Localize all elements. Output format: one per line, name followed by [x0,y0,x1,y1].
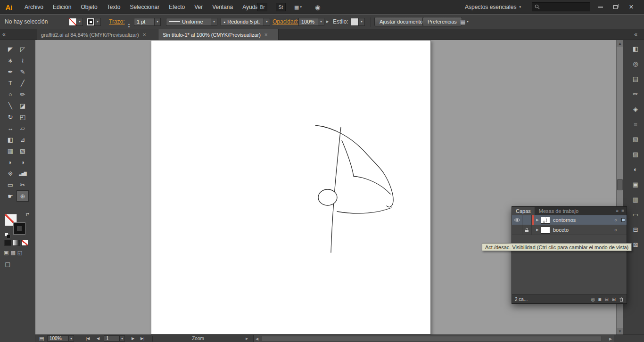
width-profile-dropdown[interactable]: Uniforme ▾ [166,15,217,29]
restore-button[interactable] [608,0,622,14]
collapse-tools-icon[interactable]: « [2,31,6,38]
menu-archivo[interactable]: Archivo [20,0,48,14]
gradient-button[interactable] [13,240,20,246]
layers-panel-icon[interactable]: ▥ [630,194,641,205]
tab-mesas-de-trabajo[interactable]: Mesas de trabajo [535,207,582,215]
new-layer-icon[interactable]: ⊞ [612,297,616,302]
selection-indicator[interactable] [620,218,627,222]
horizontal-scroll-thumb[interactable] [261,336,602,342]
default-fill-stroke-icon[interactable] [5,233,11,238]
align-panel-icon[interactable]: ⊟ [630,224,641,235]
disclosure-icon[interactable]: ▶ [534,228,541,232]
bridge-button[interactable]: Br [257,3,267,11]
line-segment-tool[interactable]: ╱ [17,77,29,89]
artboards-panel-icon[interactable]: ▭ [630,209,641,220]
vertical-scroll-thumb[interactable] [617,179,623,190]
selection-tool[interactable]: ◤ [4,43,17,55]
first-artboard-button[interactable]: |◀ [84,335,91,342]
target-icon[interactable]: ○ [611,228,620,232]
draw-behind-icon[interactable]: ▩ [10,250,15,256]
screen-mode-button[interactable]: ▢ [5,261,10,268]
layer-row-contornos[interactable]: ▶ contornos ○ [512,215,627,225]
stroke-weight-dropdown[interactable]: 1 pt ▾ [134,15,161,29]
search-input[interactable] [532,2,590,11]
new-sublayer-icon[interactable]: ⊟ [604,297,608,302]
workspace-switcher[interactable]: Aspectos esenciales ▾ [465,0,521,14]
shape-builder-tool[interactable]: ◧ [4,134,17,145]
color-button[interactable] [4,240,11,246]
perspective-grid-tool[interactable]: ⊿ [17,134,29,145]
blend-tool[interactable]: ◑ [17,156,29,168]
stroke-panel-link[interactable]: Trazo: [109,18,125,25]
appearance-panel-icon[interactable]: ◐ [630,163,641,175]
artboard-tool[interactable]: ▭ [4,179,17,190]
menu-seleccionar[interactable]: Seleccionar [125,0,164,14]
scroll-right-icon[interactable]: ▶ [607,335,614,342]
draw-inside-icon[interactable]: ◱ [17,250,22,256]
status-menu-icon[interactable]: ▤ [39,335,44,342]
fit-document-button[interactable]: Ajustar documento [374,17,428,26]
symbol-sprayer-tool[interactable]: ※ [4,168,17,179]
artboard[interactable] [151,40,431,334]
gradient-panel-icon[interactable]: ▧ [630,133,641,145]
lock-toggle[interactable] [522,215,532,225]
pen-tool[interactable]: ✒ [4,66,17,77]
scroll-left-icon[interactable]: ◀ [254,335,260,342]
color-panel-icon[interactable]: ◧ [630,43,641,54]
tab-close-icon[interactable]: × [143,32,146,38]
lock-toggle[interactable] [522,225,532,235]
stock-button[interactable]: St [276,3,286,11]
expand-panels-icon[interactable]: « [634,31,637,38]
make-clipping-mask-icon[interactable]: ◙ [598,297,601,302]
free-transform-tool[interactable]: ▱ [17,122,29,134]
transparency-panel-icon[interactable]: ▨ [630,148,641,160]
locate-object-icon[interactable]: ◎ [591,297,595,302]
menu-texto[interactable]: Texto [102,0,125,14]
scroll-up-icon[interactable]: ▲ [617,40,623,47]
control-panel-menu[interactable]: ▦ ▾ [460,15,469,29]
type-tool[interactable]: T [4,77,17,89]
tab-sin-titulo-1[interactable]: Sin título-1* al 100% (CMYK/Previsualiza… [158,29,279,40]
lasso-tool[interactable]: ≀ [17,55,29,66]
horizontal-scrollbar[interactable]: ◀ ▶ [253,335,614,342]
curvature-tool[interactable]: ✎ [17,66,29,77]
scroll-down-icon[interactable]: ▼ [617,328,623,334]
brush-dropdown[interactable]: ● Redondo 5 pt. ▾ [221,15,270,29]
close-button[interactable]: × [624,0,638,14]
none-button[interactable] [21,240,28,246]
tab-close-icon[interactable]: × [264,32,268,38]
menu-objeto[interactable]: Objeto [76,0,102,14]
color-guide-panel-icon[interactable]: ◎ [630,58,641,69]
magic-wand-tool[interactable]: ∗ [4,55,17,66]
swatches-panel-icon[interactable]: ▤ [630,73,641,84]
layer-name[interactable]: contornos [553,217,611,223]
cs-live-icon[interactable]: ◉ [315,3,320,11]
zoom-tool[interactable]: ⊕ [17,190,29,202]
layer-thumbnail[interactable] [541,217,550,224]
panel-collapse-icon[interactable]: » [616,208,619,213]
brushes-panel-icon[interactable]: ✏ [630,88,641,99]
last-artboard-button[interactable]: ▶| [139,335,146,342]
target-icon[interactable]: ○ [611,218,620,222]
tab-graffiti2[interactable]: graffiti2.ai al 84,84% (CMYK/Previsualiz… [37,29,158,40]
layer-row-boceto[interactable]: ▶ boceto ○ [512,225,627,235]
direct-selection-tool[interactable]: ◸ [17,43,29,55]
delete-layer-icon[interactable] [619,297,624,302]
stroke-color-dropdown[interactable]: ▾ [87,15,101,29]
swap-fill-stroke-icon[interactable]: ⇄ [25,212,29,217]
pencil-tool[interactable]: ╲ [4,100,17,111]
layer-name[interactable]: boceto [553,227,611,233]
eraser-tool[interactable]: ◪ [17,100,29,111]
paintbrush-tool[interactable]: ✏ [17,89,29,100]
menu-ver[interactable]: Ver [190,0,207,14]
hand-tool[interactable]: ☛ [4,190,17,202]
width-tool[interactable]: ↔ [4,122,17,134]
visibility-toggle[interactable] [512,225,522,235]
stroke-swatch[interactable] [13,222,25,235]
next-artboard-button[interactable]: ▶ [130,335,136,342]
symbols-panel-icon[interactable]: ◈ [630,103,641,114]
layer-thumbnail[interactable] [541,227,550,234]
slice-tool[interactable]: ✂ [17,179,29,190]
menu-efecto[interactable]: Efecto [164,0,190,14]
minimize-button[interactable] [593,0,607,14]
